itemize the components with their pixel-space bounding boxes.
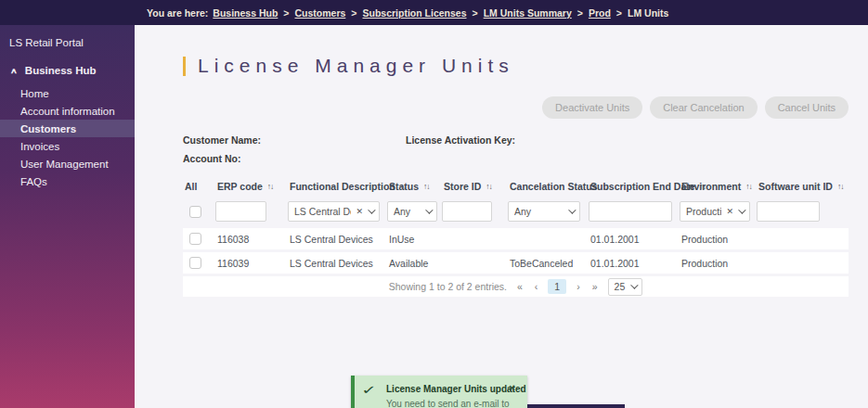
selected-value: LS Central Devices [294,206,351,217]
cancelation-status-filter-select[interactable]: Any [508,201,580,222]
selected-value: Production [686,206,721,217]
main-content: License Manager Units Deactivate Units C… [135,25,868,408]
sidebar-item-label: Home [20,88,49,99]
table-row[interactable]: 116039 LS Central Devices Available ToBe… [183,252,849,274]
sort-icon[interactable]: ↑↓ [837,182,844,191]
sidebar-item-customers[interactable]: Customers [0,120,135,137]
cell-erp-code: 116039 [215,258,288,269]
cell-subscription-end-date: 01.01.2001 [589,234,680,245]
toast-notification: ✓ License Manager Units updated ✕ You ne… [351,376,527,408]
subscription-end-date-filter-input[interactable] [589,201,672,222]
breadcrumb: You are here: Business Hub > Customers >… [0,0,868,25]
cell-functional-description: LS Central Devices [288,258,387,269]
sidebar-item-user-management[interactable]: User Management [0,155,135,172]
last-page-button[interactable]: » [590,281,600,292]
breadcrumb-separator: > [283,7,289,19]
environment-filter-select[interactable]: Production ✕ [680,201,750,222]
column-header-store-id: Store ID↑↓ [442,181,508,192]
toast-close-icon[interactable]: ✕ [509,383,516,393]
title-accent-bar [183,57,186,76]
sidebar-item-label: User Management [20,159,109,170]
check-icon: ✓ [361,383,376,397]
header-label: Environment [681,181,741,192]
breadcrumb-separator: > [616,7,622,19]
header-label: Functional Description [290,181,395,192]
column-header-erp-code: ERP code↑↓ [215,181,288,192]
first-page-button[interactable]: « [515,281,525,292]
breadcrumb-link-subscription-licenses[interactable]: Subscription Licenses [362,7,466,19]
cell-environment: Production [680,258,757,269]
store-id-filter-input[interactable] [442,201,492,222]
sidebar-section-label: Business Hub [25,65,97,76]
status-filter-select[interactable]: Any [387,201,437,222]
prev-page-button[interactable]: ‹ [533,281,540,292]
filter-row: LS Central Devices ✕ Any Any [183,198,849,225]
sort-icon[interactable]: ↑↓ [267,182,274,191]
functional-description-filter-select[interactable]: LS Central Devices ✕ [288,201,380,222]
select-all-checkbox[interactable] [189,206,201,218]
sidebar-item-account-information[interactable]: Account information [0,102,135,120]
sidebar-item-home[interactable]: Home [0,84,135,102]
page-size-value: 25 [615,281,626,292]
cancel-units-button[interactable]: Cancel Units [765,96,849,119]
breadcrumb-link-lm-units-summary[interactable]: LM Units Summary [484,7,572,19]
header-label: ERP code [217,181,263,192]
page-size-select[interactable]: 25 [608,278,643,296]
column-header-software-unit-id: Software unit ID↑↓ [757,181,849,192]
selected-value: Any [514,206,564,217]
toast-message: You need to send an e-mail to [386,399,510,408]
breadcrumb-link-prod[interactable]: Prod [589,7,611,19]
chevron-down-icon [630,281,638,288]
toast-title: License Manager Units updated [386,384,526,394]
breadcrumb-link-business-hub[interactable]: Business Hub [213,7,278,19]
row-checkbox[interactable] [189,257,201,269]
customer-name-label: Customer Name: [183,134,406,146]
header-label: Software unit ID [758,181,833,192]
cropped-element-edge [527,404,625,408]
software-unit-id-filter-input[interactable] [757,201,820,222]
action-buttons: Deactivate Units Clear Cancelation Cance… [183,96,849,119]
erp-code-filter-input[interactable] [215,201,266,222]
page-title: License Manager Units [183,55,849,77]
clear-cancelation-button[interactable]: Clear Cancelation [650,96,757,119]
sort-icon[interactable]: ↑↓ [423,182,430,191]
next-page-button[interactable]: › [575,281,582,292]
sidebar-item-label: Account information [20,106,115,117]
column-header-all: All [183,181,215,192]
pagination-summary: Showing 1 to 2 of 2 entries. [389,281,507,292]
header-label: All [185,181,197,192]
pagination: Showing 1 to 2 of 2 entries. « ‹ 1 › » 2… [183,276,849,297]
cell-subscription-end-date: 01.01.2001 [589,258,680,269]
cell-status: InUse [387,234,442,245]
breadcrumb-link-customers[interactable]: Customers [294,7,345,19]
page-number-button[interactable]: 1 [548,279,566,294]
header-label: Status [389,181,419,192]
clear-filter-icon[interactable]: ✕ [356,207,363,216]
cell-environment: Production [680,234,757,245]
header-label: Store ID [444,181,481,192]
account-no-label: Account No: [183,153,406,164]
sidebar-item-invoices[interactable]: Invoices [0,137,135,155]
sidebar-item-faqs[interactable]: FAQs [0,172,135,190]
cell-functional-description: LS Central Devices [288,234,387,245]
selected-value: Any [394,206,421,217]
sort-icon[interactable]: ↑↓ [486,182,492,191]
column-header-cancelation-status: Cancelation Status↑↓ [508,181,589,192]
table-row[interactable]: 116038 LS Central Devices InUse 01.01.20… [183,228,849,249]
chevron-down-icon [368,206,375,213]
breadcrumb-current: LM Units [628,7,668,19]
deactivate-units-button[interactable]: Deactivate Units [542,96,642,119]
column-header-environment: Environment↑↓ [680,181,757,192]
row-checkbox[interactable] [189,233,201,245]
clear-filter-icon[interactable]: ✕ [726,207,733,216]
breadcrumb-prefix: You are here: [147,7,208,19]
cell-cancelation-status: ToBeCanceled [508,258,589,269]
portal-title: LS Retail Portal [0,25,135,58]
cell-status: Available [387,258,442,269]
page-title-text: License Manager Units [198,55,514,77]
column-header-functional-description: Functional Description↑↓ [288,181,387,192]
sidebar-item-label: Invoices [20,141,59,152]
sidebar-item-label: FAQs [20,176,47,187]
sort-icon[interactable]: ↑↓ [745,182,752,191]
sidebar-section-business-hub[interactable]: ∧ Business Hub [0,58,135,84]
